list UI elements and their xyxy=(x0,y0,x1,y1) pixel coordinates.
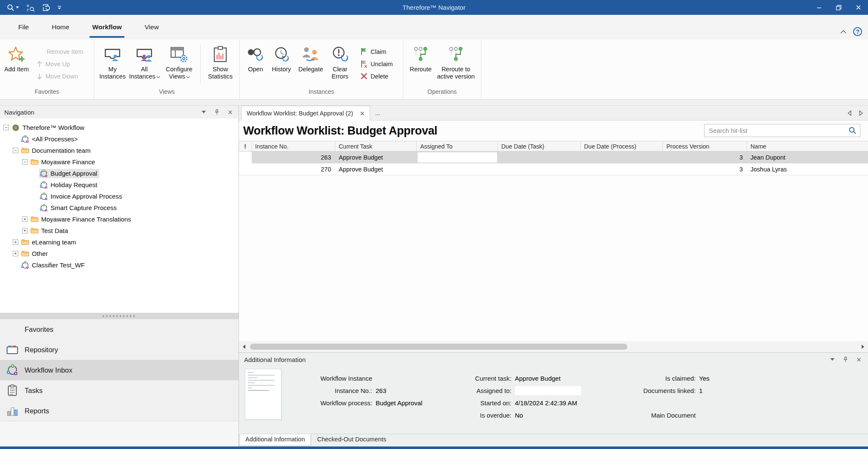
customize-toolbar-button[interactable] xyxy=(57,6,62,10)
column-header-process-version[interactable]: Process Version xyxy=(663,141,747,151)
panel-menu-icon[interactable] xyxy=(830,358,834,361)
tree-item-holiday-request[interactable]: Holiday Request xyxy=(0,179,239,191)
history-button[interactable]: History xyxy=(268,42,295,73)
expand-icon[interactable]: + xyxy=(13,251,18,256)
scrollbar-track[interactable] xyxy=(249,343,858,350)
delete-button[interactable]: Delete xyxy=(358,70,395,82)
show-statistics-button[interactable]: Show Statistics xyxy=(204,42,236,80)
tab-home[interactable]: Home xyxy=(48,15,73,39)
column-header-due-date-task[interactable]: Due Date (Task) xyxy=(498,141,581,151)
move-down-button[interactable]: Move Down xyxy=(34,70,86,82)
collapse-ribbon-icon[interactable] xyxy=(840,30,846,34)
tab-close-icon[interactable] xyxy=(360,111,365,116)
delegate-button[interactable]: Delegate xyxy=(295,42,326,73)
pin-icon[interactable] xyxy=(843,356,848,362)
tree-item-smart-capture-process[interactable]: Smart Capture Process xyxy=(0,202,239,213)
open-button[interactable]: Open xyxy=(243,42,268,73)
expand-icon[interactable]: + xyxy=(13,239,18,245)
tree-item-elearning-team[interactable]: + eLearning team xyxy=(0,236,239,248)
column-header-assigned-to[interactable]: Assigned To xyxy=(417,141,498,151)
folder-icon xyxy=(31,216,39,223)
folder-icon xyxy=(31,227,39,235)
tab-checked-out-documents[interactable]: Checked-Out Documents xyxy=(311,434,392,444)
tab-additional-information[interactable]: Additional Information xyxy=(239,434,311,446)
search-input[interactable] xyxy=(705,127,848,134)
my-instances-button[interactable]: My Instances xyxy=(98,42,127,80)
main-panel: Workflow Worklist: Budget Approval (2) .… xyxy=(239,106,868,446)
claim-button[interactable]: Claim xyxy=(358,45,395,58)
document-tab-strip: Workflow Worklist: Budget Approval (2) .… xyxy=(239,106,868,121)
panel-close-icon[interactable] xyxy=(228,110,233,115)
recent-items-button[interactable] xyxy=(42,3,51,12)
help-icon[interactable]: ? xyxy=(853,27,862,36)
scrollbar-thumb[interactable] xyxy=(250,344,627,350)
collapse-icon[interactable]: − xyxy=(22,159,28,165)
tab-workflow[interactable]: Workflow xyxy=(88,15,126,39)
column-header-priority[interactable]: ! xyxy=(239,141,252,151)
scroll-right-icon[interactable] xyxy=(860,344,866,349)
scroll-tabs-left-icon[interactable] xyxy=(848,110,851,116)
close-button[interactable] xyxy=(848,0,868,15)
tree-item-moyaware-finance[interactable]: − Moyaware Finance xyxy=(0,156,239,168)
sidebar-item-tasks[interactable]: Tasks xyxy=(0,380,239,401)
table-row[interactable]: 263 Approve Budget 3 Jean Dupont xyxy=(239,152,868,163)
window-title: Therefore™ Navigator xyxy=(0,4,868,11)
minimize-button[interactable] xyxy=(809,0,829,15)
scroll-left-icon[interactable] xyxy=(241,344,247,349)
pin-icon[interactable] xyxy=(214,109,219,115)
horizontal-scrollbar[interactable] xyxy=(239,341,868,352)
all-instances-button[interactable]: All Instances xyxy=(127,42,161,80)
document-thumbnail[interactable] xyxy=(245,369,281,420)
remove-item-button[interactable]: Remove Item xyxy=(34,45,86,58)
workflow-process-icon xyxy=(40,170,48,177)
unclaim-button[interactable]: Unclaim xyxy=(358,58,395,70)
add-item-button[interactable]: Add Item xyxy=(3,42,30,73)
restore-button[interactable] xyxy=(829,0,848,15)
tree-item-all-processes[interactable]: <All Processes> xyxy=(0,133,239,145)
column-header-instance-no[interactable]: Instance No. xyxy=(252,141,335,151)
expand-icon[interactable]: + xyxy=(22,216,28,222)
search-icon[interactable] xyxy=(848,126,860,135)
panel-close-icon[interactable] xyxy=(857,357,861,362)
tab-file[interactable]: File xyxy=(14,15,33,39)
expand-icon[interactable]: + xyxy=(22,228,28,233)
column-header-current-task[interactable]: Current Task xyxy=(335,141,417,151)
tab-overflow-button[interactable]: ... xyxy=(370,106,385,120)
tree-item-documentation-team[interactable]: − Documentation team xyxy=(0,145,239,156)
advanced-search-button[interactable]: a z xyxy=(26,3,35,12)
panel-menu-icon[interactable] xyxy=(202,111,206,113)
tree-item-test-data[interactable]: + Test Data xyxy=(0,225,239,236)
worklist-header-row: ! Instance No. Current Task Assigned To … xyxy=(239,141,868,152)
sidebar-item-reports[interactable]: Reports xyxy=(0,401,239,421)
column-header-name[interactable]: Name xyxy=(747,141,868,151)
panel-splitter[interactable] xyxy=(0,313,239,319)
cell-assigned-to[interactable] xyxy=(417,152,498,163)
tree-item-classifier-test-wf[interactable]: Classifier Test_WF xyxy=(0,259,239,271)
sidebar-item-repository[interactable]: Repository xyxy=(0,340,239,360)
worklist-tab[interactable]: Workflow Worklist: Budget Approval (2) xyxy=(241,106,370,121)
tree-item-budget-approval[interactable]: Budget Approval xyxy=(0,168,239,179)
table-row[interactable]: 270 Approve Budget 3 Joshua Lyras xyxy=(239,163,868,175)
sidebar-item-favorites[interactable]: Favorites xyxy=(0,319,239,340)
workflow-process-icon xyxy=(21,261,29,269)
collapse-icon[interactable]: − xyxy=(3,125,9,130)
sidebar-item-workflow-inbox[interactable]: Workflow Inbox xyxy=(0,360,239,380)
tasks-icon xyxy=(6,384,19,396)
scroll-tabs-right-icon[interactable] xyxy=(859,110,863,116)
reroute-button[interactable]: Reroute xyxy=(407,42,435,73)
tree-item-therefore-workflow[interactable]: − Therefore™ Workflow xyxy=(0,122,239,133)
tree-item-moyaware-finance-translations[interactable]: + Moyaware Finance Translations xyxy=(0,213,239,225)
move-up-button[interactable]: Move Up xyxy=(34,58,86,70)
tree-item-invoice-approval-process[interactable]: Invoice Approval Process xyxy=(0,191,239,202)
assigned-to-field[interactable] xyxy=(515,386,581,395)
group-label-views: Views xyxy=(94,88,239,99)
tree-item-other[interactable]: + Other xyxy=(0,248,239,259)
configure-views-button[interactable]: Configure Views xyxy=(161,42,197,80)
reroute-active-version-button[interactable]: Reroute to active version xyxy=(435,42,477,80)
clear-errors-button[interactable]: Clear Errors xyxy=(326,42,354,80)
tab-view[interactable]: View xyxy=(140,15,163,39)
configure-views-dropdown-icon xyxy=(186,75,190,78)
column-header-due-date-process[interactable]: Due Date (Process) xyxy=(581,141,663,151)
search-menu-button[interactable] xyxy=(7,4,19,11)
collapse-icon[interactable]: − xyxy=(13,148,18,153)
